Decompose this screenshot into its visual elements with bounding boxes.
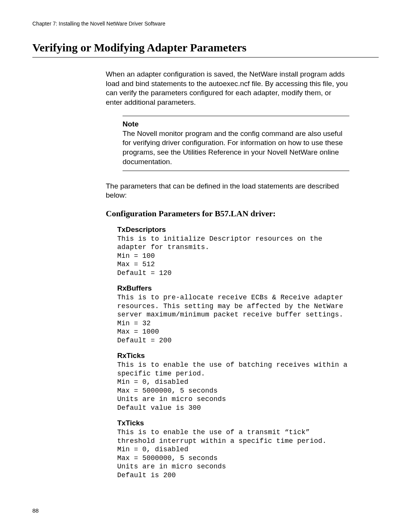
intro-paragraph: When an adapter configuration is saved, … [106,70,349,107]
param-body: This is to enable the use of a transmit … [117,428,349,479]
page: Chapter 7: Installing the Novell NetWare… [0,0,411,532]
param-txdescriptors: TxDescriptors This is to initialize Desc… [117,225,349,278]
note-box: Note The Novell monitor program and the … [123,116,349,171]
param-body: This is to pre-allocate receive ECBs & R… [117,293,349,345]
config-subhead: Configuration Parameters for B57.LAN dri… [106,209,349,219]
param-body: This is to enable the use of batching re… [117,361,349,412]
param-rxticks: RxTicks This is to enable the use of bat… [117,351,349,412]
body-column: When an adapter configuration is saved, … [106,70,349,486]
param-name: TxTicks [117,419,349,427]
page-number: 88 [32,507,39,514]
note-label: Note [123,120,349,128]
param-rxbuffers: RxBuffers This is to pre-allocate receiv… [117,284,349,345]
note-text: The Novell monitor program and the confi… [123,129,349,167]
page-title: Verifying or Modifying Adapter Parameter… [32,41,379,58]
param-name: RxTicks [117,351,349,360]
param-body: This is to initialize Descriptor resourc… [117,235,349,278]
param-name: TxDescriptors [117,225,349,234]
param-name: RxBuffers [117,284,349,292]
running-head: Chapter 7: Installing the Novell NetWare… [32,21,166,27]
param-txticks: TxTicks This is to enable the use of a t… [117,419,349,479]
lead-in-paragraph: The parameters that can be defined in th… [106,182,349,200]
